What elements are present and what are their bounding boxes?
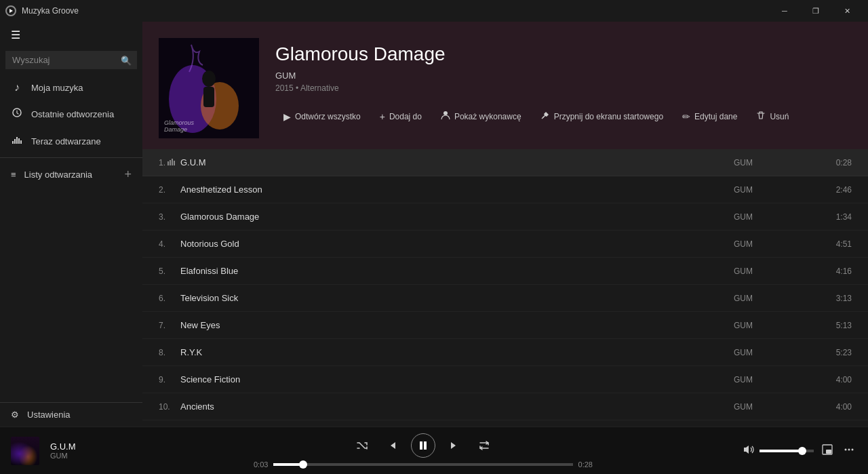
track-number: 5. — [159, 266, 180, 276]
previous-button[interactable] — [381, 435, 403, 456]
more-button[interactable] — [841, 441, 857, 460]
volume-button[interactable] — [742, 443, 754, 458]
track-duration: 4:00 — [811, 402, 852, 412]
track-row[interactable]: 1. G.U.M GUM 0:28 — [142, 149, 868, 176]
pin-start-button[interactable]: Przypnij do ekranu startowego — [532, 106, 671, 126]
track-duration: 0:28 — [811, 158, 852, 167]
track-row[interactable]: 6. Television Sick GUM 3:13 — [142, 285, 868, 312]
track-duration: 4:16 — [811, 266, 852, 276]
playing-icon — [167, 159, 175, 167]
track-row[interactable]: 9. Science Fiction GUM 4:00 — [142, 366, 868, 393]
track-row[interactable]: 5. Elafonissi Blue GUM 4:16 — [142, 258, 868, 285]
sidebar-item-playlists[interactable]: ≡ Listy odtwarzania + — [0, 161, 142, 189]
track-duration: 2:46 — [811, 185, 852, 195]
svg-rect-1 — [12, 141, 14, 144]
now-playing-thumb-inner — [11, 437, 39, 465]
trash-icon — [756, 111, 766, 122]
sidebar-item-recent[interactable]: Ostatnie odtworzenia — [0, 100, 142, 127]
playlists-icon: ≡ — [11, 170, 16, 180]
track-title: Science Fiction — [180, 374, 675, 384]
album-actions: ▶ Odtwórz wszystko + Dodaj do — [275, 106, 852, 126]
progress-fill — [273, 463, 303, 466]
sidebar-item-now-playing[interactable]: Teraz odtwarzane — [0, 127, 142, 155]
edit-button[interactable]: ✏ Edytuj dane — [674, 107, 745, 126]
track-number: 7. — [159, 321, 180, 330]
sidebar-divider — [0, 157, 142, 158]
track-artist: GUM — [675, 348, 811, 357]
progress-bar[interactable] — [273, 463, 572, 466]
sidebar-item-settings[interactable]: ⚙ Ustawienia — [0, 402, 142, 427]
track-row[interactable]: 10. Ancients GUM 4:00 — [142, 393, 868, 420]
volume-thumb — [798, 447, 806, 455]
album-meta: 2015 • Alternative — [275, 83, 852, 93]
svg-rect-2 — [14, 139, 16, 144]
svg-point-11 — [443, 111, 448, 115]
album-header: GlamorousDamage Glamorous Damage GUM 201… — [142, 22, 868, 149]
play-icon: ▶ — [283, 111, 291, 122]
track-row[interactable]: 2. Anesthetized Lesson GUM 2:46 — [142, 176, 868, 203]
volume-icon — [742, 443, 754, 456]
sidebar-nav: ♪ Moja muzyka Ostatnie odtworzenia — [0, 75, 142, 402]
svg-rect-13 — [170, 160, 171, 165]
track-title: R.Y.K — [180, 347, 675, 357]
svg-point-20 — [845, 448, 847, 450]
next-button[interactable] — [443, 435, 465, 456]
show-artist-button[interactable]: Pokaż wykonawcę — [433, 106, 530, 126]
track-artist: GUM — [675, 321, 811, 330]
play-all-button[interactable]: ▶ Odtwórz wszystko — [275, 107, 369, 126]
search-icon[interactable]: 🔍 — [121, 55, 132, 65]
repeat-button[interactable] — [473, 435, 495, 456]
album-art-text: GlamorousDamage — [164, 119, 194, 133]
shuffle-button[interactable] — [351, 435, 373, 456]
close-button[interactable]: ✕ — [831, 0, 863, 22]
svg-rect-10 — [203, 87, 214, 107]
track-row[interactable]: 8. R.Y.K GUM 5:23 — [142, 339, 868, 366]
track-number: 10. — [159, 402, 180, 412]
app-icon — [5, 5, 16, 16]
track-row[interactable]: 3. Glamorous Damage GUM 1:34 — [142, 203, 868, 231]
history-icon — [11, 107, 23, 121]
delete-button[interactable]: Usuń — [748, 106, 797, 126]
pin-icon — [540, 111, 550, 122]
shuffle-icon — [356, 439, 368, 452]
artist-icon — [441, 111, 450, 122]
add-playlist-icon[interactable]: + — [124, 167, 132, 182]
album-art: GlamorousDamage — [159, 38, 259, 138]
track-row[interactable]: 7. New Eyes GUM 5:13 — [142, 312, 868, 339]
track-number: 6. — [159, 294, 180, 303]
volume-bar[interactable] — [760, 450, 814, 452]
track-number: 4. — [159, 239, 180, 249]
minimize-button[interactable]: ─ — [769, 0, 800, 22]
progress-thumb — [299, 460, 307, 469]
track-row[interactable]: 11. Greens and Blues GUM 3:22 — [142, 420, 868, 427]
play-pause-button[interactable] — [411, 433, 435, 458]
track-duration: 3:13 — [811, 294, 852, 303]
restore-button[interactable]: ❐ — [800, 0, 831, 22]
svg-point-21 — [848, 448, 850, 450]
elapsed-time: 0:03 — [254, 460, 268, 469]
svg-rect-16 — [420, 441, 422, 450]
hamburger-button[interactable]: ☰ — [0, 22, 142, 48]
album-title: Glamorous Damage — [275, 43, 852, 65]
track-title: Anesthetized Lesson — [180, 184, 675, 195]
sidebar-item-my-music[interactable]: ♪ Moja muzyka — [0, 75, 142, 100]
track-artist: GUM — [675, 266, 811, 276]
now-playing-track: G.U.M — [50, 441, 104, 452]
miniplayer-button[interactable] — [819, 441, 835, 460]
track-row[interactable]: 4. Notorious Gold GUM 4:51 — [142, 231, 868, 258]
now-playing-controls: 0:03 0:28 — [115, 433, 731, 469]
search-input[interactable] — [5, 51, 137, 69]
pause-icon — [417, 439, 429, 452]
now-playing-bar: G.U.M GUM — [0, 427, 868, 474]
window-controls: ─ ❐ ✕ — [769, 0, 863, 22]
track-title: Ancients — [180, 401, 675, 412]
app-title: Muzyka Groove — [22, 6, 79, 16]
album-info: Glamorous Damage GUM 2015 • Alternative … — [275, 38, 852, 126]
track-duration: 4:00 — [811, 375, 852, 384]
now-playing-info: G.U.M GUM — [50, 441, 104, 460]
track-title: Notorious Gold — [180, 239, 675, 249]
track-number: 2. — [159, 185, 180, 195]
now-playing-right — [742, 441, 857, 460]
svg-rect-19 — [826, 450, 831, 454]
add-to-button[interactable]: + Dodaj do — [372, 107, 430, 126]
